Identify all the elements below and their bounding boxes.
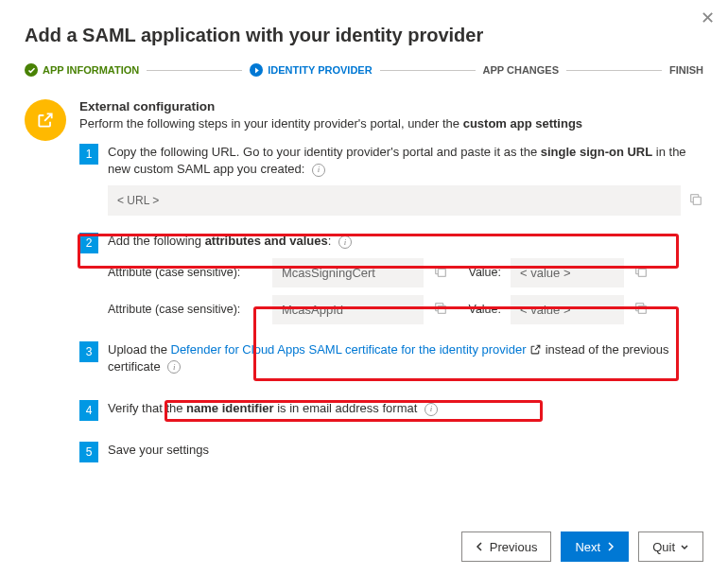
- play-icon: [250, 63, 263, 77]
- instruction-step-4: 4 Verify that the name identifier is in …: [79, 400, 703, 425]
- attribute-label: Attribute (case sensitive):: [108, 266, 263, 279]
- download-certificate-link[interactable]: Defender for Cloud Apps SAML certificate…: [171, 342, 543, 357]
- attribute-row-1: Attribute (case sensitive): Value:: [108, 258, 703, 288]
- copy-icon[interactable]: [633, 301, 649, 319]
- instruction-step-3: 3 Upload the Defender for Cloud Apps SAM…: [79, 341, 703, 383]
- svg-rect-2: [638, 269, 646, 276]
- copy-icon[interactable]: [433, 301, 448, 319]
- saml-wizard-dialog: ✕ Add a SAML application with your ident…: [0, 0, 728, 532]
- value-label: Value:: [458, 266, 501, 279]
- attribute-label: Attribute (case sensitive):: [108, 303, 263, 316]
- svg-rect-4: [638, 305, 646, 313]
- svg-rect-0: [693, 197, 701, 204]
- step-label: FINISH: [669, 64, 703, 76]
- attribute-value-input[interactable]: [511, 258, 624, 288]
- copy-icon[interactable]: [633, 264, 649, 282]
- svg-rect-3: [438, 305, 445, 313]
- attribute-name-input[interactable]: [272, 295, 424, 324]
- copy-icon[interactable]: [433, 264, 448, 282]
- wizard-footer: Previous Next Quit: [461, 531, 703, 562]
- svg-rect-1: [438, 269, 445, 276]
- check-icon: [25, 63, 38, 77]
- step4-text: Verify that the name identifier is in em…: [108, 400, 703, 417]
- step-app-changes[interactable]: APP CHANGES: [483, 64, 559, 76]
- step-identity-provider[interactable]: IDENTITY PROVIDER: [250, 63, 372, 77]
- external-link-icon: [529, 342, 542, 357]
- previous-button[interactable]: Previous: [461, 531, 552, 562]
- step-app-info[interactable]: APP INFORMATION: [25, 63, 139, 77]
- step-number-badge: 5: [79, 442, 98, 462]
- dialog-title: Add a SAML application with your identit…: [25, 25, 703, 46]
- sso-url-field[interactable]: < URL >: [108, 185, 681, 216]
- step-label: IDENTITY PROVIDER: [268, 64, 372, 76]
- attribute-name-input[interactable]: [272, 258, 424, 288]
- instruction-step-2: 2 Add the following attributes and value…: [79, 233, 703, 323]
- step-number-badge: 1: [79, 144, 98, 165]
- wizard-stepper: APP INFORMATION IDENTITY PROVIDER APP CH…: [25, 63, 703, 77]
- external-link-icon: [25, 99, 66, 141]
- step-label: APP INFORMATION: [43, 64, 139, 76]
- step3-text: Upload the Defender for Cloud Apps SAML …: [108, 341, 703, 375]
- next-button[interactable]: Next: [561, 531, 629, 562]
- step2-text: Add the following attributes and values:…: [108, 233, 703, 250]
- close-icon[interactable]: ✕: [701, 9, 715, 26]
- info-icon[interactable]: i: [312, 164, 325, 177]
- info-icon[interactable]: i: [338, 235, 352, 249]
- step-number-badge: 4: [79, 400, 98, 421]
- step-finish[interactable]: FINISH: [669, 64, 703, 76]
- attribute-value-input[interactable]: [511, 295, 624, 324]
- step-label: APP CHANGES: [483, 64, 559, 76]
- section-intro: Perform the following steps in your iden…: [79, 116, 703, 131]
- instruction-step-5: 5 Save your settings: [79, 442, 703, 466]
- quit-button[interactable]: Quit: [638, 531, 703, 562]
- step1-text: Copy the following URL. Go to your ident…: [108, 144, 703, 178]
- info-icon[interactable]: i: [167, 360, 181, 374]
- copy-icon[interactable]: [688, 192, 703, 210]
- instruction-step-1: 1 Copy the following URL. Go to your ide…: [79, 144, 703, 216]
- value-label: Value:: [458, 303, 501, 316]
- step5-text: Save your settings: [108, 442, 703, 459]
- attribute-row-2: Attribute (case sensitive): Value:: [108, 295, 703, 324]
- step-number-badge: 3: [79, 341, 98, 362]
- step-number-badge: 2: [79, 233, 98, 253]
- info-icon[interactable]: i: [425, 403, 438, 416]
- section-heading: External configuration: [79, 99, 703, 113]
